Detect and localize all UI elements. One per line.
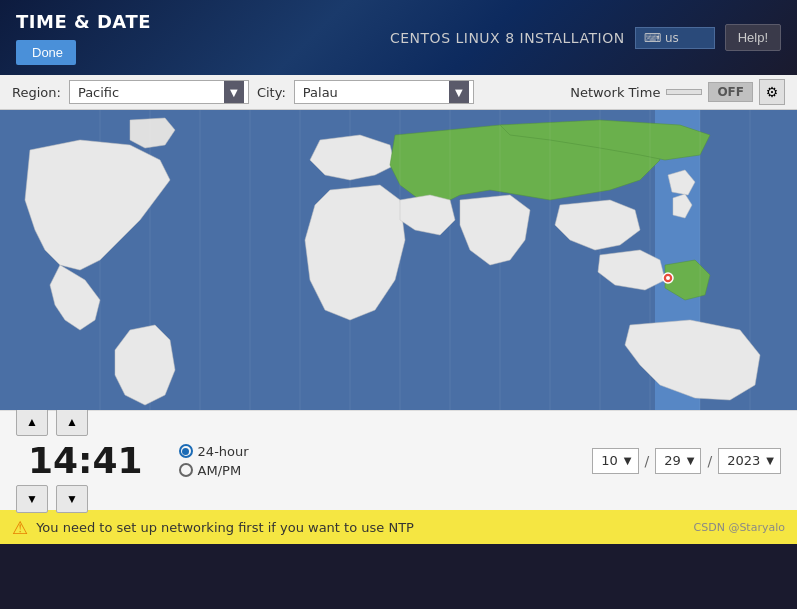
year-value: 2023: [723, 453, 764, 468]
page-title: TIME & DATE: [16, 11, 151, 32]
csdn-watermark: CSDN @Staryalo: [694, 521, 785, 534]
format-24hour-option[interactable]: 24-hour: [179, 444, 249, 459]
network-time-label: Network Time: [570, 85, 660, 100]
format-ampm-radio[interactable]: [179, 463, 193, 477]
warning-bar: ⚠ You need to set up networking first if…: [0, 510, 797, 544]
year-select[interactable]: 2023 ▼: [718, 448, 781, 474]
keyboard-icon: ⌨: [644, 31, 661, 45]
minute-up-button[interactable]: ▲: [56, 408, 88, 436]
month-select[interactable]: 10 ▼: [592, 448, 638, 474]
minute-down-button[interactable]: ▼: [56, 485, 88, 513]
hour-down-row: ▼ ▼: [16, 485, 88, 513]
network-time-gear-button[interactable]: ⚙: [759, 79, 785, 105]
keyboard-indicator[interactable]: ⌨ us: [635, 27, 715, 49]
warning-text: You need to set up networking first if y…: [36, 520, 685, 535]
svg-point-3: [666, 276, 670, 280]
region-label: Region:: [12, 85, 61, 100]
gear-icon: ⚙: [766, 84, 779, 100]
format-24hour-label: 24-hour: [198, 444, 249, 459]
centos-label: CENTOS LINUX 8 INSTALLATION: [390, 30, 625, 46]
city-dropdown-arrow[interactable]: ▼: [449, 81, 469, 103]
header-left: TIME & DATE Done: [16, 11, 151, 65]
date-sep-1: /: [645, 453, 650, 469]
city-value: Palau: [299, 85, 449, 100]
format-ampm-option[interactable]: AM/PM: [179, 463, 249, 478]
format-24hour-dot: [182, 448, 189, 455]
day-value: 29: [660, 453, 685, 468]
date-sep-2: /: [707, 453, 712, 469]
day-arrow: ▼: [685, 455, 697, 466]
done-button[interactable]: Done: [16, 40, 76, 65]
network-time-section: Network Time OFF ⚙: [570, 79, 785, 105]
month-arrow: ▼: [622, 455, 634, 466]
warning-icon: ⚠: [12, 517, 28, 538]
hour-up-button[interactable]: ▲: [16, 408, 48, 436]
city-label: City:: [257, 85, 286, 100]
format-ampm-label: AM/PM: [198, 463, 242, 478]
network-time-toggle-off[interactable]: [666, 89, 702, 95]
header-right: CENTOS LINUX 8 INSTALLATION ⌨ us Help!: [390, 24, 781, 51]
hour-down-button[interactable]: ▼: [16, 485, 48, 513]
help-button[interactable]: Help!: [725, 24, 781, 51]
map-container[interactable]: [0, 110, 797, 410]
time-format-options: 24-hour AM/PM: [179, 444, 249, 478]
city-select[interactable]: Palau ▼: [294, 80, 474, 104]
hour-up-row: ▲ ▲: [16, 408, 88, 436]
format-24hour-radio[interactable]: [179, 444, 193, 458]
day-select[interactable]: 29 ▼: [655, 448, 701, 474]
keyboard-layout: us: [665, 31, 679, 45]
time-display: 14:41: [28, 440, 143, 481]
region-dropdown-arrow[interactable]: ▼: [224, 81, 244, 103]
network-time-toggle-label: OFF: [708, 82, 753, 102]
date-section: 10 ▼ / 29 ▼ / 2023 ▼: [592, 448, 781, 474]
region-select[interactable]: Pacific ▼: [69, 80, 249, 104]
header: TIME & DATE Done CENTOS LINUX 8 INSTALLA…: [0, 0, 797, 75]
controls-area: ▲ ▲ 14:41 ▼ ▼ 24-hour AM/PM 10 ▼ / 29: [0, 410, 797, 510]
region-bar: Region: Pacific ▼ City: Palau ▼ Network …: [0, 75, 797, 110]
month-value: 10: [597, 453, 622, 468]
hour-spinner: ▲ ▲ 14:41 ▼ ▼: [16, 408, 155, 513]
region-value: Pacific: [74, 85, 224, 100]
year-arrow: ▼: [764, 455, 776, 466]
world-map: [0, 110, 797, 410]
